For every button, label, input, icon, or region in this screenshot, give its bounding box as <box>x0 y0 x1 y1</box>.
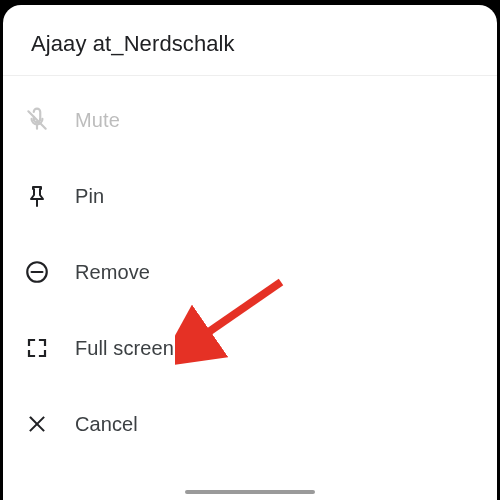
close-icon <box>23 410 51 438</box>
home-indicator <box>185 490 315 494</box>
menu-label-pin: Pin <box>75 185 104 208</box>
menu-item-pin[interactable]: Pin <box>3 158 497 234</box>
remove-icon <box>23 258 51 286</box>
menu-label-remove: Remove <box>75 261 150 284</box>
action-sheet: Ajaay at_Nerdschalk Mute <box>3 5 497 500</box>
participant-name: Ajaay at_Nerdschalk <box>31 31 469 57</box>
sheet-header: Ajaay at_Nerdschalk <box>3 5 497 76</box>
menu-item-mute: Mute <box>3 82 497 158</box>
menu-item-cancel[interactable]: Cancel <box>3 386 497 462</box>
menu-label-cancel: Cancel <box>75 413 138 436</box>
menu-label-fullscreen: Full screen <box>75 337 174 360</box>
fullscreen-icon <box>23 334 51 362</box>
menu-item-remove[interactable]: Remove <box>3 234 497 310</box>
menu-list: Mute Pin Remove <box>3 76 497 462</box>
pin-icon <box>23 182 51 210</box>
menu-item-fullscreen[interactable]: Full screen <box>3 310 497 386</box>
menu-label-mute: Mute <box>75 109 120 132</box>
mic-off-icon <box>23 106 51 134</box>
